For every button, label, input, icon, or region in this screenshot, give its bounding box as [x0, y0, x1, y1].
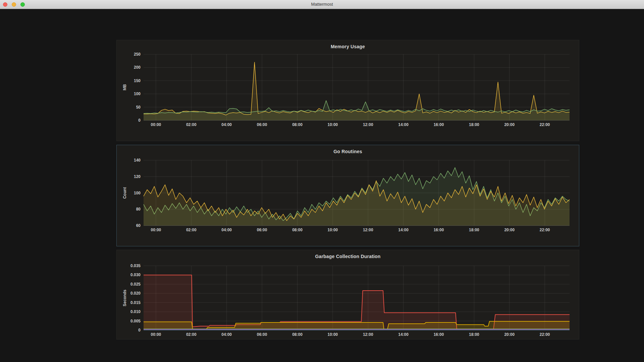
panel-memory-usage: Memory Usage 05010015020025000:0002:0004…: [116, 40, 579, 141]
svg-text:06:00: 06:00: [257, 332, 267, 337]
svg-text:20:00: 20:00: [504, 122, 515, 127]
dashboard: Memory Usage 05010015020025000:0002:0004…: [0, 9, 644, 362]
garbage-collection-chart[interactable]: 00.0050.0100.0150.0200.0250.0300.03500:0…: [117, 250, 580, 340]
svg-text:0.030: 0.030: [130, 273, 141, 277]
svg-text:18:00: 18:00: [469, 228, 479, 232]
svg-text:60: 60: [136, 223, 141, 228]
svg-text:00:00: 00:00: [151, 332, 161, 337]
svg-text:0.025: 0.025: [130, 282, 141, 287]
svg-text:04:00: 04:00: [221, 228, 232, 232]
svg-text:140: 140: [134, 158, 141, 163]
svg-text:100: 100: [134, 92, 141, 96]
svg-text:02:00: 02:00: [186, 332, 197, 337]
svg-text:00:00: 00:00: [151, 122, 161, 127]
svg-text:Seconds: Seconds: [122, 290, 127, 306]
svg-text:200: 200: [134, 65, 141, 70]
svg-text:08:00: 08:00: [292, 228, 303, 232]
svg-text:08:00: 08:00: [292, 332, 303, 337]
svg-text:0: 0: [138, 118, 141, 123]
svg-text:02:00: 02:00: [186, 122, 197, 127]
svg-text:16:00: 16:00: [434, 332, 444, 337]
svg-text:14:00: 14:00: [398, 228, 409, 232]
svg-text:0.005: 0.005: [130, 319, 141, 323]
svg-text:18:00: 18:00: [469, 122, 479, 127]
svg-text:06:00: 06:00: [257, 122, 267, 127]
svg-text:22:00: 22:00: [540, 332, 550, 337]
svg-text:100: 100: [134, 191, 141, 195]
go-routines-chart[interactable]: 608010012014000:0002:0004:0006:0008:0010…: [117, 145, 580, 247]
svg-text:00:00: 00:00: [151, 228, 161, 232]
svg-text:MB: MB: [122, 84, 127, 90]
svg-text:10:00: 10:00: [328, 122, 338, 127]
svg-text:50: 50: [136, 105, 141, 110]
svg-text:20:00: 20:00: [504, 332, 515, 337]
svg-text:120: 120: [134, 174, 141, 179]
svg-text:150: 150: [134, 78, 141, 83]
svg-text:08:00: 08:00: [292, 122, 303, 127]
svg-text:10:00: 10:00: [328, 332, 338, 337]
svg-text:20:00: 20:00: [504, 228, 515, 232]
panel-title-go-routines[interactable]: Go Routines: [117, 145, 579, 154]
svg-text:Count: Count: [122, 187, 127, 199]
svg-text:0.020: 0.020: [130, 291, 141, 296]
svg-text:22:00: 22:00: [540, 122, 550, 127]
svg-text:12:00: 12:00: [363, 228, 373, 232]
svg-text:12:00: 12:00: [363, 332, 373, 337]
window-titlebar[interactable]: Mattermost: [0, 0, 644, 9]
panel-title-garbage-collection[interactable]: Garbage Collection Duration: [117, 250, 579, 259]
window-title: Mattermost: [0, 0, 644, 9]
svg-text:80: 80: [136, 207, 141, 212]
svg-text:250: 250: [134, 52, 141, 57]
svg-text:12:00: 12:00: [363, 122, 373, 127]
svg-text:0.015: 0.015: [130, 300, 141, 305]
svg-text:04:00: 04:00: [221, 332, 232, 337]
svg-text:0.035: 0.035: [130, 263, 141, 268]
svg-text:14:00: 14:00: [398, 332, 409, 337]
svg-text:16:00: 16:00: [434, 122, 444, 127]
svg-text:18:00: 18:00: [469, 332, 479, 337]
svg-text:02:00: 02:00: [186, 228, 197, 232]
panel-go-routines: Go Routines 608010012014000:0002:0004:00…: [116, 145, 579, 246]
svg-text:06:00: 06:00: [257, 228, 267, 232]
svg-text:0: 0: [138, 328, 141, 333]
panel-garbage-collection: Garbage Collection Duration 00.0050.0100…: [116, 250, 579, 340]
svg-text:04:00: 04:00: [221, 122, 232, 127]
panel-title-memory-usage[interactable]: Memory Usage: [117, 40, 579, 49]
svg-text:16:00: 16:00: [434, 228, 444, 232]
svg-text:14:00: 14:00: [398, 122, 409, 127]
svg-text:0.010: 0.010: [130, 309, 141, 314]
memory-usage-chart[interactable]: 05010015020025000:0002:0004:0006:0008:00…: [117, 40, 580, 141]
svg-text:10:00: 10:00: [328, 228, 338, 232]
svg-text:22:00: 22:00: [540, 228, 550, 232]
